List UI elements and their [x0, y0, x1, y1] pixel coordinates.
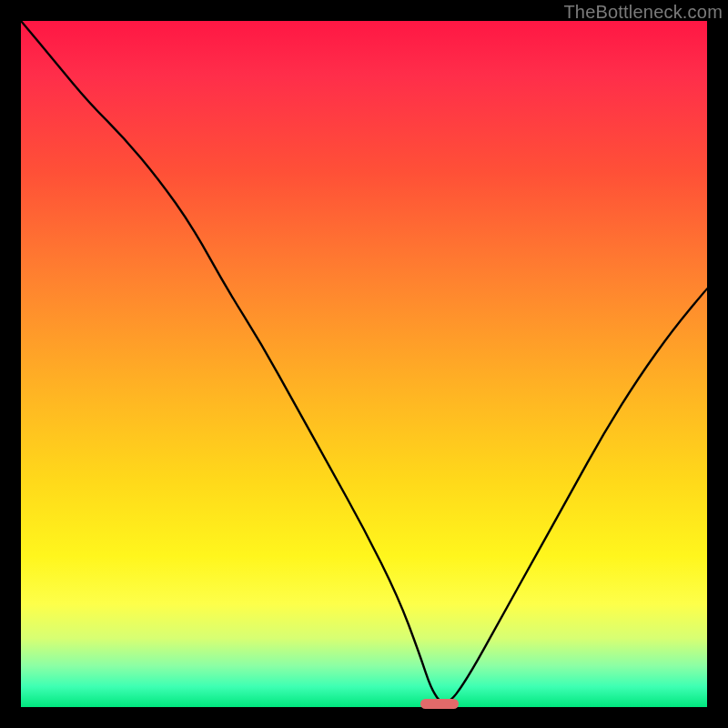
optimal-marker — [420, 699, 458, 709]
watermark-text: TheBottleneck.com — [563, 2, 723, 23]
plot-area — [21, 21, 707, 707]
bottleneck-curve — [21, 21, 707, 707]
chart-frame: TheBottleneck.com — [0, 0, 728, 728]
